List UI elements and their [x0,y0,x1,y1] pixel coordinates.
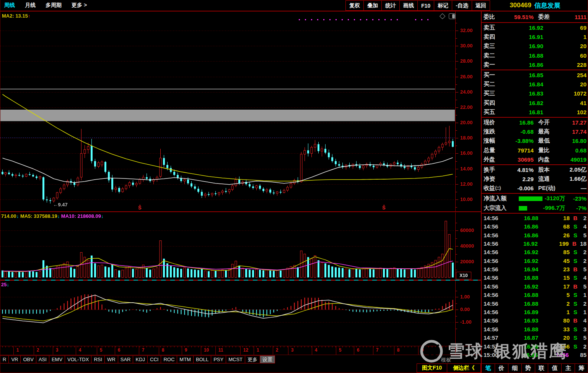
weibi-row: 委比59.51%委差1111 [482,11,588,22]
month-label: 4 [79,347,81,353]
price-axis-label: 14.00 [460,166,473,172]
bid-levels-row: 买一16.85254 [482,70,588,79]
price-axis-label: 32.00 [460,28,473,33]
month-label: 7 [376,347,379,353]
indicator-button-MCST[interactable]: MCST [226,355,245,363]
price-axis-label: 24.00 [460,89,473,95]
bid-levels-row: 买四16.8241 [482,98,588,107]
toolbar-button-复权[interactable]: 复权 [345,0,364,11]
indicator-button-ROC[interactable]: ROC [161,355,177,363]
indicator-button-OBV[interactable]: OBV [20,355,36,363]
quote-tab-势[interactable]: 势 [521,363,535,373]
f10-button[interactable]: 图文F10 [417,363,447,373]
indicator-button-PSY[interactable]: PSY [211,355,226,363]
bottom-bar: 图文F10 侧边栏《 [0,363,481,373]
price-axis-label: 28.00 [460,58,473,64]
tick-row: 14:5616.8833S3 [482,325,588,333]
info-row: 外盘30695内盘49019 [482,155,588,164]
month-label: 5 [339,347,342,353]
price-axis-label: 26.00 [460,74,473,79]
toolbar-button-画线[interactable]: 画线 [399,0,418,11]
indicator-button-MTM[interactable]: MTM [177,355,194,363]
indicator-button-ASI[interactable]: ASI [36,355,49,363]
toolbar-button--自选[interactable]: -自选 [452,0,472,11]
quote-tab-值[interactable]: 值 [548,363,562,373]
indicator-button-WR[interactable]: WR [104,355,118,363]
sidebar-button[interactable]: 侧边栏《 [447,363,481,373]
indicator-button-设置[interactable]: 设置 [260,355,275,363]
quote-tab-筹[interactable]: 筹 [575,363,588,373]
template-button[interactable]: 模板 [441,357,451,363]
time-axis [0,346,481,355]
indicator-bar: RVROBVASIEMVVOL-TDXRSIWRSARKDJCCIROCMTMB… [0,355,481,363]
quote-tab-主[interactable]: 主 [561,363,575,373]
indicator-button-VR[interactable]: VR [8,355,21,363]
info-row: 涨幅-3.88%最低16.80 [482,136,588,146]
month-label: 3 [291,347,294,353]
price-axis-label: 10.00 [460,196,473,202]
indicator-button-KDJ[interactable]: KDJ [133,355,148,363]
tick-row: 14:5616.8818B2 [482,214,588,222]
quote-tab-联[interactable]: 联 [535,363,549,373]
menu-item-更多 >[interactable]: 更多 > [72,2,87,9]
tick-list: 14:5616.8818B214:5616.8668S414:5616.8626… [482,214,588,359]
dashed-divider[interactable] [0,280,481,281]
toolbar-button-统计[interactable]: 统计 [381,0,400,11]
month-label: 8 [397,347,400,353]
indicator-button-SAR[interactable]: SAR [118,355,134,363]
month-label: 1 [16,347,19,353]
quote-panel: 委比59.51%委差1111卖五16.9269卖四16.911卖三16.9020… [481,11,588,363]
month-label: 4 [315,347,318,353]
volume-chart[interactable] [0,212,481,279]
tick-row: 14:5616.9285S2 [482,248,588,256]
quote-tab-细[interactable]: 细 [508,363,522,373]
indicator-button-VOL-TDX[interactable]: VOL-TDX [65,355,91,363]
tick-row: 14:5616.885S1 [482,291,588,299]
fund-flow-section: 净流入额-3120万-23%大宗流入-996.7万-7% [482,194,588,214]
month-label: 9 [421,347,424,353]
menu-item-月线[interactable]: 月线 [25,2,36,9]
indicator-button-EMV[interactable]: EMV [49,355,65,363]
indicator-button-CCI[interactable]: CCI [147,355,161,363]
ask-levels: 卖五16.9269卖四16.911卖三16.9020卖二16.8860卖一16.… [482,23,588,70]
flow-row: 净流入额-3120万-23% [482,194,588,203]
macd-chart[interactable] [0,281,481,345]
info-row: 换手4.81%股本2.05亿 [482,165,588,174]
tick-row: 14:5716.8720S5 [482,334,588,342]
indicator-button-RSI[interactable]: RSI [91,355,105,363]
quote-tab-笔[interactable]: 笔 [481,363,495,373]
month-label: 8 [162,347,165,353]
quote-tab-价[interactable]: 价 [495,363,508,373]
volume-axis-label: 40000 [460,243,474,249]
indicator-button-R[interactable]: R [0,355,9,363]
macd-axis-label: 0.00 [460,307,470,312]
month-label: 10 [204,347,209,353]
toolbar-button-叠加[interactable]: 叠加 [363,0,382,11]
indicator-button-更多[interactable]: 更多 [245,355,260,363]
price-axis-label: 18.00 [460,135,473,141]
ma-indicator-label: MA2: 13.15↑ [2,13,30,19]
bid-levels-row: 买五16.81102 [482,108,588,117]
toolbar-button-标记[interactable]: 标记 [434,0,452,11]
toolbar-button-F10[interactable]: F10 [417,0,434,11]
ask-levels-row: 卖四16.911 [482,32,588,41]
month-label: 2 [276,347,279,353]
indicator-button-BOLL[interactable]: BOLL [193,355,211,363]
menu-item-周线[interactable]: 周线 [4,2,15,9]
menu-item-多周期[interactable]: 多周期 [46,2,62,9]
month-label: 5 [100,347,103,353]
weibi-section: 委比59.51%委差1111 [482,11,588,23]
month-label: 9 [185,347,187,353]
flow-row: 大宗流入-996.7万-7% [482,203,588,213]
split-panel-icon[interactable] [449,13,456,19]
month-label: 6 [357,347,360,353]
price-axis-label: 22.00 [460,104,473,110]
stock-code: 300469 [510,2,531,9]
bid-levels: 买一16.85254买二16.8420买三16.831072买四16.8241买… [482,70,588,118]
bid-levels-row: 买二16.8420 [482,79,588,89]
tick-row: 14:5616.8668S4 [482,222,588,230]
main-candlestick-chart[interactable] [0,11,481,211]
macd-axis-label: 1.00 [460,294,470,300]
price-axis-label: 16.00 [460,150,473,156]
month-label: 11 [218,347,223,353]
